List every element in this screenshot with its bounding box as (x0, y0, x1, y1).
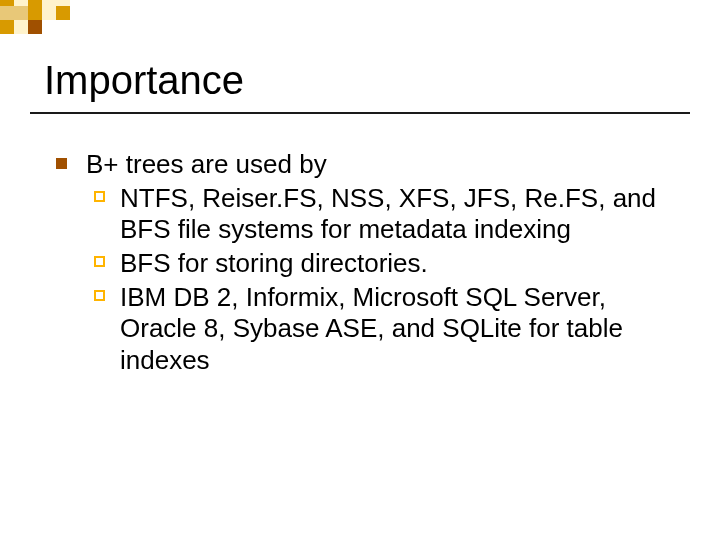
sub-item-text: NTFS, Reiser.FS, NSS, XFS, JFS, Re.FS, a… (120, 183, 656, 245)
title-underline (30, 112, 690, 114)
sub-item-text: BFS for storing directories. (120, 248, 428, 278)
hollow-square-icon (94, 256, 105, 267)
sub-item: BFS for storing directories. (120, 248, 666, 280)
svg-rect-1 (14, 0, 28, 6)
svg-rect-9 (0, 20, 14, 34)
hollow-square-icon (94, 290, 105, 301)
svg-rect-3 (42, 0, 70, 6)
svg-rect-7 (42, 6, 56, 20)
svg-rect-11 (28, 20, 42, 34)
bullet-text: B+ trees are used by (86, 149, 327, 179)
svg-rect-2 (28, 0, 42, 6)
svg-rect-10 (14, 20, 28, 34)
slide: Importance B+ trees are used by NTFS, Re… (0, 0, 720, 540)
svg-rect-6 (28, 6, 42, 20)
sub-item-text: IBM DB 2, Informix, Microsoft SQL Server… (120, 282, 623, 375)
slide-title: Importance (44, 58, 244, 103)
sub-list: NTFS, Reiser.FS, NSS, XFS, JFS, Re.FS, a… (86, 183, 666, 377)
square-bullet-icon (56, 158, 67, 169)
sub-item: IBM DB 2, Informix, Microsoft SQL Server… (120, 282, 666, 377)
corner-decoration (0, 0, 170, 40)
sub-item: NTFS, Reiser.FS, NSS, XFS, JFS, Re.FS, a… (120, 183, 666, 246)
svg-rect-5 (0, 6, 28, 20)
svg-rect-0 (0, 0, 14, 6)
svg-rect-4 (70, 0, 130, 6)
svg-rect-8 (56, 6, 70, 20)
hollow-square-icon (94, 191, 105, 202)
bullet-level1: B+ trees are used by NTFS, Reiser.FS, NS… (56, 148, 666, 377)
content-area: B+ trees are used by NTFS, Reiser.FS, NS… (56, 148, 666, 379)
